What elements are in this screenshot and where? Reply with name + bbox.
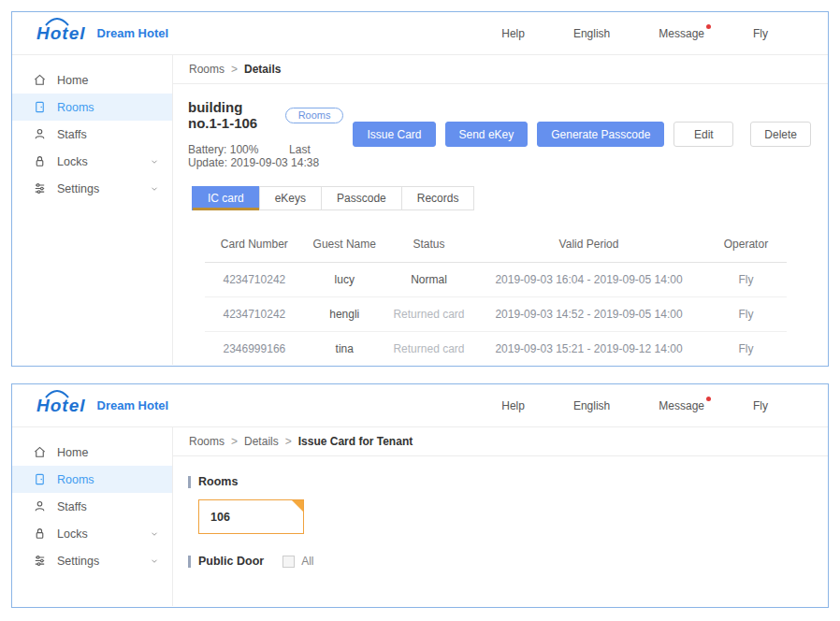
language-select[interactable]: English bbox=[573, 399, 610, 412]
user-menu[interactable]: Fly bbox=[753, 399, 768, 412]
settings-icon bbox=[33, 554, 47, 568]
issue-card-button[interactable]: Issue Card bbox=[353, 122, 435, 147]
sidebar: Home Rooms Staffs Locks Settings bbox=[12, 55, 173, 365]
app-header: Hotel Dream Hotel Help English Message F… bbox=[12, 12, 828, 55]
cell-guest-name: hengli bbox=[304, 297, 385, 332]
sidebar-item-home[interactable]: Home bbox=[12, 66, 172, 94]
sidebar-item-locks[interactable]: Locks bbox=[12, 148, 172, 175]
rooms-icon bbox=[33, 100, 47, 114]
breadcrumb-separator: > bbox=[285, 435, 292, 448]
cell-card-number: 4234710242 bbox=[205, 297, 304, 332]
sidebar-item-settings[interactable]: Settings bbox=[12, 175, 172, 202]
cell-guest-name: tina bbox=[304, 332, 385, 367]
lock-icon bbox=[33, 527, 47, 541]
issue-card-window: Hotel Dream Hotel Help English Message F… bbox=[11, 383, 829, 608]
tab-ekeys[interactable]: eKeys bbox=[259, 186, 322, 210]
rooms-section-label: Rooms bbox=[188, 475, 804, 488]
breadcrumb-current: Details bbox=[244, 63, 281, 76]
sidebar-item-label: Home bbox=[57, 446, 88, 459]
breadcrumb: Rooms > Details > Issue Card for Tenant bbox=[173, 427, 828, 456]
help-link[interactable]: Help bbox=[501, 399, 525, 412]
table-row: 2346999166 tina Returned card 2019-09-03… bbox=[205, 332, 787, 367]
delete-button[interactable]: Delete bbox=[750, 122, 811, 147]
brand-logo: Hotel Dream Hotel bbox=[36, 23, 168, 44]
message-label: Message bbox=[659, 399, 704, 412]
chevron-down-icon bbox=[150, 184, 159, 194]
sidebar-item-label: Settings bbox=[57, 182, 99, 195]
col-operator: Operator bbox=[705, 229, 787, 263]
generate-passcode-button[interactable]: Generate Passcode bbox=[537, 122, 664, 147]
cell-valid-period: 2019-09-03 14:52 - 2019-09-05 14:00 bbox=[472, 297, 705, 332]
sidebar-item-rooms[interactable]: Rooms bbox=[12, 94, 172, 121]
cell-valid-period: 2019-09-03 15:21 - 2019-09-12 14:00 bbox=[472, 332, 705, 367]
hotel-logo-icon: Hotel bbox=[36, 23, 86, 44]
battery-label: Battery: bbox=[188, 143, 226, 156]
brand-name: Dream Hotel bbox=[97, 26, 169, 40]
app-header: Hotel Dream Hotel Help English Message F… bbox=[12, 384, 828, 427]
tab-records[interactable]: Records bbox=[401, 186, 475, 210]
chevron-down-icon bbox=[150, 157, 159, 166]
staffs-icon bbox=[33, 499, 47, 513]
sidebar-item-locks[interactable]: Locks bbox=[12, 520, 172, 547]
issue-card-content: Rooms 106 Public Door All bbox=[173, 456, 828, 568]
cell-card-number: 2346999166 bbox=[205, 332, 304, 367]
cell-status: Returned card bbox=[385, 367, 472, 368]
main-area: Rooms > Details building no.1-1-106 Room… bbox=[173, 55, 828, 365]
sidebar-item-staffs[interactable]: Staffs bbox=[12, 493, 172, 520]
cell-status: Returned card bbox=[385, 332, 472, 367]
cell-card-number: 2346999166 bbox=[205, 367, 304, 368]
sidebar-item-label: Home bbox=[57, 74, 88, 87]
all-checkbox-label[interactable]: All bbox=[301, 555, 313, 568]
staffs-icon bbox=[33, 127, 47, 141]
tab-ic-card[interactable]: IC card bbox=[192, 186, 260, 210]
sidebar-item-staffs[interactable]: Staffs bbox=[12, 121, 172, 148]
cell-operator: Fly bbox=[705, 297, 787, 332]
col-valid-period: Valid Period bbox=[472, 229, 705, 263]
language-select[interactable]: English bbox=[573, 27, 610, 40]
edit-button[interactable]: Edit bbox=[673, 122, 733, 147]
detail-tabs: IC card eKeys Passcode Records bbox=[192, 186, 811, 210]
breadcrumb-separator: > bbox=[231, 63, 238, 76]
sidebar-item-label: Rooms bbox=[57, 473, 94, 486]
breadcrumb-details[interactable]: Details bbox=[244, 435, 279, 448]
lock-icon bbox=[33, 154, 47, 168]
cell-operator: Fly bbox=[705, 263, 787, 297]
selected-room-value: 106 bbox=[210, 511, 230, 524]
col-status: Status bbox=[385, 229, 472, 263]
help-link[interactable]: Help bbox=[501, 27, 525, 40]
message-link[interactable]: Message bbox=[659, 399, 704, 412]
message-label: Message bbox=[659, 27, 704, 40]
col-guest-name: Guest Name bbox=[304, 229, 385, 263]
sidebar-item-rooms[interactable]: Rooms bbox=[12, 466, 172, 493]
home-icon bbox=[33, 445, 47, 459]
room-title: building no.1-1-106 bbox=[188, 99, 274, 131]
hotel-logo-icon: Hotel bbox=[36, 396, 86, 416]
tab-passcode[interactable]: Passcode bbox=[321, 186, 402, 210]
breadcrumb-separator: > bbox=[231, 435, 238, 448]
message-link[interactable]: Message bbox=[659, 27, 704, 40]
sidebar-item-settings[interactable]: Settings bbox=[12, 547, 172, 574]
panel-body: Home Rooms Staffs Locks Settings bbox=[12, 55, 828, 365]
cell-valid-period: 2019-09-03 16:04 - 2019-09-05 14:00 bbox=[472, 263, 705, 297]
cell-guest-name: lucy bbox=[304, 263, 385, 297]
cell-valid-period: 2019-09-03 14:56 - 2019-09-05 14:00 bbox=[472, 367, 705, 368]
home-icon bbox=[33, 73, 47, 87]
sidebar-item-label: Settings bbox=[57, 555, 99, 568]
sidebar: Home Rooms Staffs Locks Settings bbox=[12, 427, 173, 606]
breadcrumb-rooms[interactable]: Rooms bbox=[189, 63, 224, 76]
all-checkbox[interactable] bbox=[282, 556, 295, 568]
ic-card-table: Card Number Guest Name Status Valid Peri… bbox=[205, 229, 787, 367]
room-type-tag: Rooms bbox=[285, 108, 344, 123]
sidebar-item-label: Staffs bbox=[57, 128, 87, 141]
selected-room-tag[interactable]: 106 bbox=[198, 499, 304, 534]
cell-guest-name: tony bbox=[304, 367, 385, 368]
selected-corner-icon bbox=[292, 500, 303, 512]
breadcrumb: Rooms > Details bbox=[173, 55, 828, 84]
user-menu[interactable]: Fly bbox=[753, 27, 768, 40]
action-buttons: Issue Card Send eKey Generate Passcode E… bbox=[343, 122, 811, 147]
sidebar-item-home[interactable]: Home bbox=[12, 439, 172, 466]
breadcrumb-rooms[interactable]: Rooms bbox=[189, 435, 224, 448]
sidebar-item-label: Locks bbox=[57, 155, 88, 168]
sidebar-item-label: Staffs bbox=[57, 500, 87, 513]
send-ekey-button[interactable]: Send eKey bbox=[445, 122, 529, 147]
